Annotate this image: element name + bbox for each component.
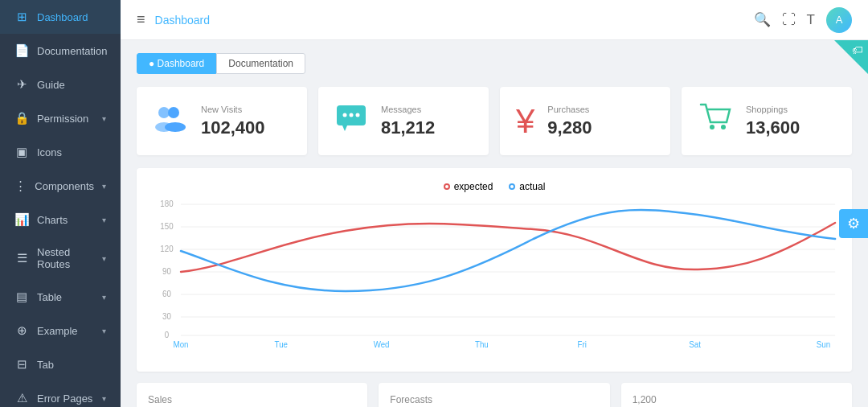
stat-label-visits: New Visits	[201, 105, 265, 114]
actual-dot	[509, 183, 515, 190]
sidebar-item-guide[interactable]: ✈ Guide	[0, 68, 121, 101]
stat-value-shoppings: 13,600	[746, 117, 800, 138]
mini-card-sales-title: Sales	[148, 394, 172, 405]
stat-label-purchases: Purchases	[547, 105, 592, 114]
dashboard-icon: ⊞	[14, 10, 29, 24]
sidebar-item-example[interactable]: ⊕ Example ▾	[0, 314, 121, 347]
stat-label-shoppings: Shoppings	[746, 105, 800, 114]
tab-icon: ⊟	[14, 357, 29, 372]
svg-point-6	[350, 113, 354, 117]
svg-text:120: 120	[160, 245, 174, 253]
svg-text:60: 60	[162, 290, 171, 298]
svg-point-3	[165, 122, 186, 132]
stat-label-messages: Messages	[381, 105, 435, 114]
svg-text:Sun: Sun	[817, 340, 830, 349]
svg-text:150: 150	[160, 222, 174, 231]
svg-text:Thu: Thu	[475, 340, 489, 349]
chevron-icon: ▾	[102, 254, 106, 263]
chevron-icon: ▾	[102, 114, 106, 123]
sidebar-item-label: Example	[37, 325, 94, 337]
settings-icon: ⚙	[847, 215, 860, 232]
sidebar-item-dashboard[interactable]: ⊞ Dashboard	[0, 0, 121, 34]
sidebar-item-label: Icons	[37, 146, 106, 158]
yen-icon: ¥	[516, 102, 534, 141]
chevron-icon: ▾	[102, 327, 106, 335]
guide-icon: ✈	[14, 77, 29, 92]
icons-icon: ▣	[14, 145, 29, 159]
tab-bar: ● Dashboard Documentation	[137, 53, 852, 74]
components-icon: ⋮	[14, 179, 27, 193]
mini-card-sales: Sales	[137, 383, 367, 407]
sidebar-item-label: Table	[37, 291, 94, 303]
svg-text:30: 30	[162, 312, 171, 321]
sidebar-item-label: Nested Routes	[37, 246, 94, 270]
sidebar: ⊞ Dashboard 📄 Documentation ✈ Guide 🔒 Pe…	[0, 0, 121, 407]
settings-fab[interactable]: ⚙	[839, 209, 868, 238]
sidebar-item-documentation[interactable]: 📄 Documentation	[0, 34, 121, 68]
mini-card-third-value: 1,200	[633, 394, 657, 405]
chevron-icon: ▾	[102, 293, 106, 302]
stat-info-purchases: Purchases 9,280	[547, 105, 592, 138]
sidebar-item-charts[interactable]: 📊 Charts ▾	[0, 203, 121, 236]
stat-value-purchases: 9,280	[547, 117, 592, 138]
svg-point-7	[356, 113, 360, 117]
expected-dot	[444, 183, 450, 190]
chart-legend: expected actual	[149, 181, 839, 192]
svg-point-5	[343, 113, 347, 117]
sidebar-item-tab[interactable]: ⊟ Tab	[0, 347, 121, 381]
header-actions: 🔍 ⛶ T A	[754, 7, 852, 33]
svg-text:90: 90	[162, 267, 171, 276]
sidebar-item-icons[interactable]: ▣ Icons	[0, 135, 121, 169]
avatar-initial: A	[836, 14, 843, 26]
svg-text:Wed: Wed	[374, 340, 390, 349]
sidebar-item-label: Error Pages	[37, 393, 94, 405]
fullscreen-icon[interactable]: ⛶	[782, 12, 796, 28]
sidebar-item-label: Documentation	[37, 45, 107, 57]
sidebar-item-permission[interactable]: 🔒 Permission ▾	[0, 101, 121, 135]
stat-value-visits: 102,400	[201, 117, 265, 138]
search-icon[interactable]: 🔍	[754, 11, 771, 28]
line-chart-card: expected actual 180 150 120 90 60 30 0	[137, 168, 852, 372]
svg-text:0: 0	[165, 331, 170, 339]
svg-point-1	[168, 107, 179, 118]
mini-card-third: 1,200	[621, 383, 852, 407]
nested-icon: ☰	[14, 251, 29, 265]
svg-text:Fri: Fri	[578, 340, 587, 349]
svg-text:180: 180	[160, 199, 174, 208]
mini-card-forecasts-title: Forecasts	[390, 394, 432, 405]
charts-icon: 📊	[14, 212, 29, 227]
stat-card-visits: New Visits 102,400	[137, 87, 307, 155]
menu-toggle-icon[interactable]: ≡	[137, 11, 145, 28]
avatar[interactable]: A	[826, 7, 852, 33]
sidebar-item-label: Guide	[37, 79, 106, 91]
corner-decoration: 🏷	[834, 40, 868, 74]
example-icon: ⊕	[14, 323, 29, 338]
svg-point-10	[721, 125, 726, 130]
legend-expected-label: expected	[454, 181, 493, 192]
messages-icon	[334, 102, 368, 140]
legend-actual: actual	[509, 181, 545, 192]
line-chart-svg: 180 150 120 90 60 30 0	[149, 199, 839, 356]
tab-dashboard[interactable]: ● Dashboard	[137, 53, 216, 74]
stat-info-visits: New Visits 102,400	[201, 105, 265, 138]
sidebar-item-nested-routes[interactable]: ☰ Nested Routes ▾	[0, 236, 121, 280]
font-icon[interactable]: T	[807, 12, 815, 28]
stat-card-purchases: ¥ Purchases 9,280	[500, 87, 670, 155]
cart-icon	[698, 101, 733, 141]
sidebar-item-label: Components	[35, 180, 94, 192]
bottom-row: Sales Forecasts 1,200	[137, 383, 852, 407]
chevron-icon: ▾	[102, 182, 106, 191]
sidebar-item-error-pages[interactable]: ⚠ Error Pages ▾	[0, 381, 121, 407]
visits-icon	[153, 103, 188, 139]
stat-card-messages: Messages 81,212	[318, 87, 489, 155]
sidebar-item-table[interactable]: ▤ Table ▾	[0, 280, 121, 314]
page-content: ● Dashboard Documentation New Visits 102…	[121, 40, 868, 407]
sidebar-item-components[interactable]: ⋮ Components ▾	[0, 169, 121, 203]
stat-value-messages: 81,212	[381, 117, 435, 138]
stat-card-shoppings: Shoppings 13,600	[682, 87, 852, 155]
svg-text:Mon: Mon	[174, 340, 189, 349]
table-icon: ▤	[14, 290, 29, 304]
chevron-icon: ▾	[102, 394, 106, 403]
error-pages-icon: ⚠	[14, 391, 29, 405]
tab-documentation[interactable]: Documentation	[216, 53, 305, 74]
